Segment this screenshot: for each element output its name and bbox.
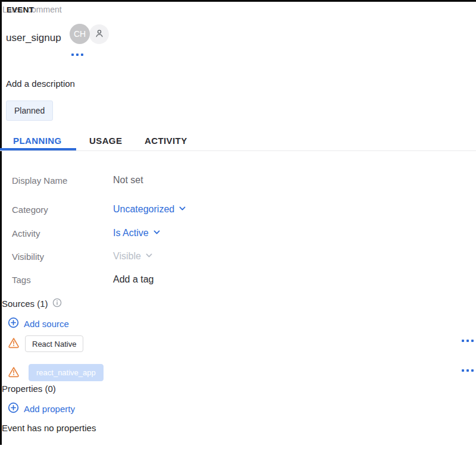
properties-section-title: Properties (0) xyxy=(2,384,56,394)
activity-dropdown[interactable]: Is Active xyxy=(113,228,161,238)
status-badge[interactable]: Planned xyxy=(6,101,53,121)
add-tag-field[interactable]: Add a tag xyxy=(113,274,154,285)
info-icon[interactable] xyxy=(52,298,62,309)
chevron-down-icon xyxy=(178,204,186,215)
event-name-title: user_signup xyxy=(6,32,61,44)
ellipsis-icon xyxy=(71,54,83,56)
plus-circle-icon xyxy=(8,402,19,415)
field-label: Visibility xyxy=(12,252,113,262)
field-row-tags: Tags Add a tag xyxy=(12,274,470,285)
plus-circle-icon xyxy=(8,317,19,330)
source-chip[interactable]: React Native xyxy=(25,335,83,352)
event-type-label: EVENT xyxy=(7,5,34,14)
field-row-activity: Activity Is Active xyxy=(12,227,470,239)
window-top-border xyxy=(0,0,476,2)
event-detail-panel: Latest comment EVENT user_signup CH Add … xyxy=(0,0,476,452)
tab-planning[interactable]: PLANNING xyxy=(13,136,62,146)
add-source-button[interactable]: Add source xyxy=(8,317,69,330)
add-source-label: Add source xyxy=(24,319,69,329)
chevron-down-icon xyxy=(153,228,161,238)
visibility-value: Visible xyxy=(113,251,141,262)
sources-section-title: Sources (1) xyxy=(2,298,62,309)
chevron-down-icon xyxy=(145,251,153,262)
field-row-display-name: Display Name Not set xyxy=(12,174,470,186)
warning-triangle-icon xyxy=(8,337,20,351)
display-name-value[interactable]: Not set xyxy=(113,175,143,186)
source-more-menu-button[interactable] xyxy=(462,340,474,342)
tab-activity[interactable]: ACTIVITY xyxy=(145,136,187,146)
field-label: Category xyxy=(12,205,113,215)
window-left-border xyxy=(0,0,2,445)
add-description-field[interactable]: Add a description xyxy=(6,79,75,89)
sources-title-text: Sources (1) xyxy=(2,299,48,309)
no-properties-message: Event has no properties xyxy=(2,423,96,433)
visibility-dropdown[interactable]: Visible xyxy=(113,251,153,262)
event-more-menu-button[interactable] xyxy=(71,54,83,56)
ellipsis-icon xyxy=(462,340,474,342)
source-chip-selected[interactable]: react_native_app xyxy=(29,364,104,381)
field-row-visibility: Visibility Visible xyxy=(12,250,470,262)
add-property-button[interactable]: Add property xyxy=(8,402,75,415)
tabs-divider xyxy=(0,150,476,151)
field-label: Tags xyxy=(12,275,113,285)
avatar: CH xyxy=(70,24,90,44)
source-more-menu-button[interactable] xyxy=(462,369,474,372)
category-value: Uncategorized xyxy=(113,204,174,215)
field-label: Display Name xyxy=(12,175,113,186)
tab-usage[interactable]: USAGE xyxy=(89,136,122,146)
properties-title-text: Properties (0) xyxy=(2,384,56,394)
warning-triangle-icon xyxy=(8,366,20,380)
category-dropdown[interactable]: Uncategorized xyxy=(113,204,186,215)
field-row-category: Category Uncategorized xyxy=(12,203,470,215)
person-icon xyxy=(94,28,105,41)
add-property-label: Add property xyxy=(24,404,75,414)
activity-value: Is Active xyxy=(113,228,149,238)
ellipsis-icon xyxy=(462,369,474,372)
field-label: Activity xyxy=(12,228,113,238)
assign-owner-button[interactable] xyxy=(89,24,109,44)
